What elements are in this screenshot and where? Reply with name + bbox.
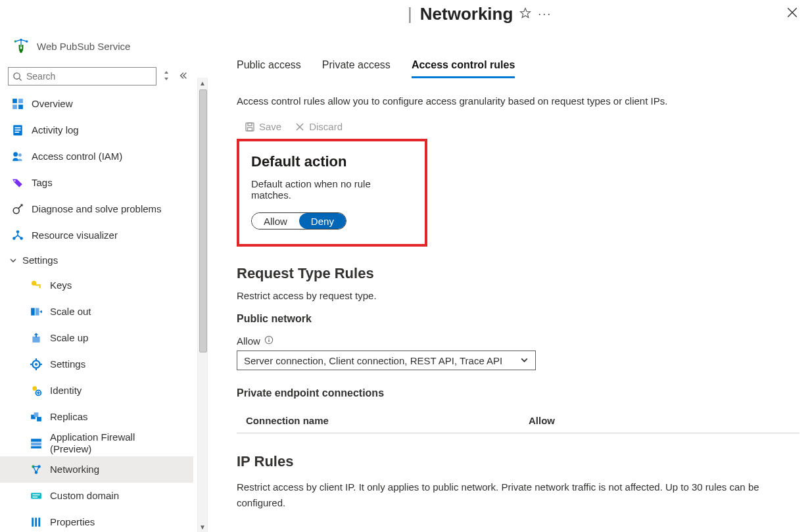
default-action-highlight: Default action Default action when no ru… (237, 139, 427, 247)
svg-point-20 (13, 208, 19, 214)
nav-identity[interactable]: Identity (0, 377, 193, 404)
nav-diagnose[interactable]: Diagnose and solve problems (0, 196, 193, 222)
ip-rules-desc: Restrict access by client IP. It only ap… (237, 479, 799, 511)
svg-rect-26 (39, 286, 41, 288)
svg-line-8 (19, 78, 21, 80)
nav-app-firewall[interactable]: Application Firewall (Preview) (0, 430, 193, 456)
svg-rect-27 (31, 308, 35, 315)
replicas-icon (30, 411, 42, 423)
discard-label: Discard (309, 121, 343, 132)
allow-dropdown[interactable]: Server connection, Client connection, RE… (237, 351, 536, 370)
save-button[interactable]: Save (245, 121, 281, 132)
svg-rect-50 (32, 496, 37, 497)
svg-rect-48 (31, 493, 41, 499)
sidebar-scrollbar[interactable]: ▲ ▼ (197, 78, 208, 532)
identity-icon (30, 385, 42, 397)
nav-tags[interactable]: Tags (0, 170, 193, 196)
svg-point-18 (18, 153, 22, 157)
title-separator: | (408, 4, 412, 24)
overview-icon (12, 98, 24, 110)
nav-scale-out[interactable]: Scale out (0, 299, 193, 325)
more-actions-icon[interactable]: ··· (538, 7, 552, 21)
nav-group-settings[interactable]: Settings (0, 249, 193, 272)
svg-rect-15 (15, 130, 21, 131)
chevron-down-icon (9, 255, 17, 266)
col-allow: Allow (529, 415, 799, 426)
nav-resource-visualizer[interactable]: Resource visualizer (0, 222, 193, 249)
svg-rect-28 (36, 308, 39, 315)
collapse-sidebar-icon[interactable] (176, 71, 191, 82)
tab-public-access[interactable]: Public access (237, 59, 301, 78)
tags-icon (12, 177, 24, 189)
discard-button[interactable]: Discard (295, 121, 343, 132)
custom-domain-icon (30, 490, 42, 502)
settings-gear-icon (30, 358, 42, 370)
firewall-icon (30, 437, 42, 449)
blade-header: | Networking ··· (0, 0, 810, 29)
svg-rect-52 (35, 518, 37, 527)
nav-scale-up[interactable]: Scale up (0, 325, 193, 351)
scale-out-icon (30, 306, 42, 318)
service-name: Web PubSub Service (37, 41, 130, 52)
toggle-allow[interactable]: Allow (252, 213, 299, 229)
dropdown-value: Server connection, Client connection, RE… (244, 355, 502, 366)
service-icon (12, 37, 30, 55)
keys-icon (30, 279, 42, 291)
nav-activity-log[interactable]: Activity log (0, 117, 193, 143)
sidebar-search[interactable] (8, 67, 156, 85)
nav-replicas[interactable]: Replicas (0, 404, 193, 430)
properties-icon (30, 516, 42, 528)
iam-icon (12, 151, 24, 162)
nav-keys[interactable]: Keys (0, 272, 193, 299)
favorite-star-icon[interactable] (519, 7, 531, 21)
svg-point-61 (268, 337, 270, 339)
svg-rect-44 (31, 447, 41, 448)
allow-label: Allow (237, 335, 260, 347)
svg-point-37 (32, 386, 37, 391)
svg-rect-16 (15, 132, 20, 133)
private-endpoint-title: Private endpoint connections (237, 387, 799, 399)
svg-rect-6 (20, 47, 22, 49)
close-button[interactable] (786, 7, 798, 20)
diagnose-icon (12, 203, 24, 215)
svg-marker-0 (521, 9, 531, 18)
save-label: Save (259, 121, 281, 132)
svg-rect-53 (38, 518, 40, 527)
svg-point-17 (13, 152, 18, 157)
svg-rect-10 (18, 99, 23, 103)
svg-rect-11 (12, 105, 17, 109)
endpoint-table-header: Connection name Allow (237, 407, 799, 433)
tab-access-control-rules[interactable]: Access control rules (412, 59, 515, 78)
page-title: Networking (420, 4, 513, 24)
visualizer-icon (12, 230, 24, 241)
request-type-title: Request Type Rules (237, 265, 799, 282)
svg-rect-41 (37, 417, 41, 422)
sort-toggle-icon[interactable] (160, 70, 172, 83)
search-input[interactable] (25, 70, 152, 82)
nav-custom-domain[interactable]: Custom domain (0, 483, 193, 509)
nav-properties[interactable]: Properties (0, 509, 193, 532)
toggle-deny[interactable]: Deny (299, 213, 346, 229)
info-icon[interactable] (264, 335, 274, 347)
nav-overview[interactable]: Overview (0, 91, 193, 117)
col-connection-name: Connection name (246, 415, 529, 426)
svg-rect-55 (248, 123, 252, 126)
svg-point-32 (35, 363, 37, 366)
nav-networking[interactable]: Networking (0, 456, 193, 483)
svg-rect-56 (248, 128, 252, 131)
scale-up-icon (30, 332, 42, 344)
ip-rules-title: IP Rules (237, 453, 799, 470)
svg-point-7 (14, 72, 20, 78)
svg-rect-51 (32, 518, 34, 527)
nav-settings[interactable]: Settings (0, 351, 193, 377)
tab-private-access[interactable]: Private access (322, 59, 391, 78)
svg-rect-49 (32, 495, 39, 495)
svg-rect-14 (15, 128, 21, 129)
svg-rect-40 (34, 412, 39, 417)
networking-icon (30, 464, 42, 475)
nav-list: Overview Activity log Access control (IA… (0, 91, 195, 532)
default-action-toggle[interactable]: Allow Deny (251, 212, 346, 230)
tab-row: Public access Private access Access cont… (237, 59, 799, 78)
nav-access-control[interactable]: Access control (IAM) (0, 143, 193, 170)
svg-rect-42 (31, 439, 41, 442)
